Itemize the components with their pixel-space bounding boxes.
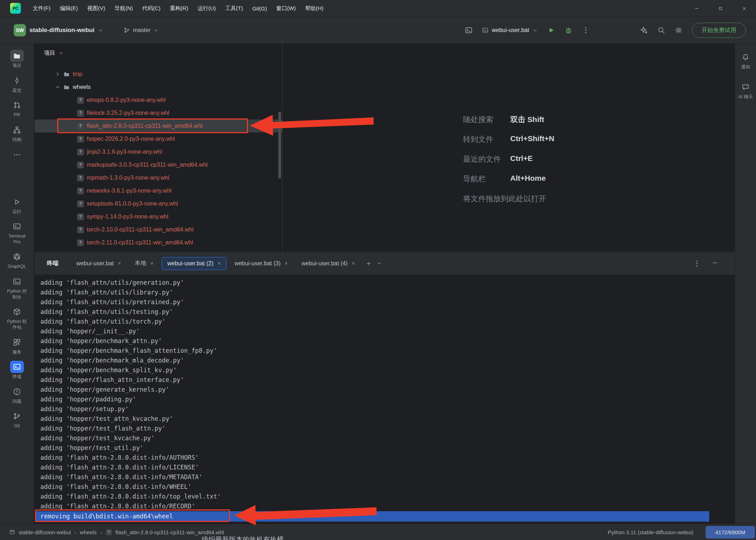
run-outline-icon — [13, 198, 21, 206]
tree-item-label: einops-0.8.2-py3-none-any.whl — [87, 97, 166, 103]
search-everywhere-button[interactable] — [657, 26, 665, 34]
sidebar-item-pull-requests[interactable]: PR — [0, 96, 34, 121]
menu-item-9[interactable]: 窗口(W) — [271, 0, 300, 17]
tree-row[interactable]: tmp — [35, 68, 282, 81]
terminal-line: adding 'flash_attn/utils/library.py' — [35, 288, 735, 297]
terminal-tab[interactable]: 本地 × — [129, 256, 159, 270]
tree-row[interactable]: ? jinja2-3.1.6-py3-none-any.whl — [35, 145, 282, 158]
pycharm-window: PC 文件(F)编辑(E)视图(V)导航(N)代码(C)重构(R)运行(U)工具… — [0, 0, 756, 540]
sidebar-item-terminal[interactable]: 终端 — [0, 358, 34, 383]
terminal-tabs: webui-user.bat × 本地 × webui-user.bat (2)… — [71, 256, 361, 270]
sidebar-item-python-console[interactable]: Python 控制台 — [0, 273, 34, 303]
sidebar-item-notifications[interactable]: 通知 — [735, 48, 756, 73]
sidebar-item-more-tool-windows[interactable] — [0, 146, 34, 165]
menu-item-0[interactable]: 文件(F) — [28, 0, 55, 17]
sidebar-item-project[interactable]: 项目 — [0, 47, 34, 72]
menu-item-6[interactable]: 运行(U) — [193, 0, 221, 17]
menu-item-10[interactable]: 帮助(H) — [301, 0, 328, 17]
menu-item-3[interactable]: 导航(N) — [110, 0, 138, 17]
maximize-button[interactable] — [708, 0, 732, 17]
tree-row[interactable]: ? filelock-3.25.2-py3-none-any.whl — [35, 107, 282, 120]
sidebar-item-git[interactable]: Git — [0, 407, 34, 432]
terminal-tab[interactable]: webui-user.bat (2) × — [162, 257, 226, 270]
python-interpreter-widget[interactable]: Python 3.11 (stable-diffusion-webui) — [608, 529, 693, 535]
unknown-filetype-icon: ? — [77, 97, 84, 104]
menu-item-7[interactable]: 工具(T) — [220, 0, 247, 17]
tree-row[interactable]: wheels — [35, 81, 282, 94]
start-free-trial-button[interactable]: 开始免费试用 — [692, 23, 746, 38]
menu-item-1[interactable]: 编辑(E) — [55, 0, 82, 17]
new-terminal-tab-button[interactable] — [366, 261, 372, 266]
terminal-box-icon — [482, 27, 489, 33]
menu-item-5[interactable]: 重构(R) — [165, 0, 193, 17]
memory-indicator[interactable]: 4172/6900M — [706, 526, 755, 539]
branch-selector[interactable]: master — [123, 27, 159, 33]
sidebar-item-services[interactable]: 服务 — [0, 333, 34, 358]
menu-item-2[interactable]: 视图(V) — [82, 0, 110, 17]
tree-row[interactable]: ? setuptools-81.0.0-py3-none-any.whl — [35, 197, 282, 210]
run-configuration-selector[interactable]: webui-user.bat — [482, 27, 538, 33]
close-tab-icon[interactable]: × — [284, 261, 288, 266]
terminal-options-button[interactable] — [693, 260, 701, 267]
menu-item-8[interactable]: Git(G) — [248, 0, 272, 17]
sidebar-item-commit[interactable]: 提交 — [0, 72, 34, 96]
tree-row[interactable]: ? mpmath-1.3.0-py3-none-any.whl — [35, 171, 282, 184]
tree-row[interactable]: ? flash_attn-2.8.0-cp311-cp311-win_amd64… — [35, 120, 282, 132]
run-button[interactable] — [547, 26, 555, 34]
sidebar-item-label: 提交 — [13, 88, 22, 94]
sidebar-item-label: GraphQL — [8, 264, 26, 270]
project-selector[interactable]: SW stable-diffusion-webui — [14, 24, 103, 36]
terminal-line: adding 'hopper/benchmark_attn.py' — [35, 336, 735, 346]
terminal-tab[interactable]: webui-user.bat (4) × — [296, 257, 361, 270]
breadcrumb-item[interactable]: wheels — [80, 529, 97, 535]
sidebar-item-label: 通知 — [741, 64, 750, 70]
sidebar-item-python-packages[interactable]: Python 软件包 — [0, 303, 34, 333]
debug-button[interactable] — [564, 26, 572, 34]
sidebar-item-structure[interactable]: 结构 — [0, 121, 34, 146]
tree-row[interactable]: ? fsspec-2026.2.0-py3-none-any.whl — [35, 132, 282, 145]
close-tab-icon[interactable]: × — [118, 261, 121, 266]
breadcrumb-item[interactable]: flash_attn-2.8.0-cp311-cp311-win_amd64.w… — [116, 529, 224, 535]
terminal-line: adding 'hopper/padding.py' — [35, 395, 735, 404]
menu-item-4[interactable]: 代码(C) — [138, 0, 165, 17]
tree-row[interactable]: ? markupsafe-3.0.3-cp311-cp311-win_amd64… — [35, 158, 282, 171]
terminal-output[interactable]: adding 'flash_attn/utils/generation.py'a… — [35, 275, 735, 522]
open-terminal-button[interactable] — [465, 26, 473, 34]
terminal-tab-label: webui-user.bat (3) — [234, 260, 280, 267]
tree-row[interactable]: ? einops-0.8.2-py3-none-any.whl — [35, 94, 282, 107]
project-tree-scrollbar[interactable] — [278, 112, 281, 179]
close-tab-icon[interactable]: × — [217, 261, 221, 266]
sidebar-item-run[interactable]: 运行 — [0, 193, 34, 218]
close-tab-icon[interactable]: × — [150, 261, 153, 266]
breadcrumb-item[interactable]: stable-diffusion-webui — [19, 529, 71, 535]
branch-icon — [123, 27, 130, 33]
git-icon — [13, 412, 21, 420]
close-button[interactable] — [732, 0, 756, 17]
sidebar-item-problems[interactable]: 问题 — [0, 383, 34, 408]
project-panel-header[interactable]: 项目 — [35, 44, 282, 62]
more-actions-button[interactable] — [582, 26, 590, 34]
terminal-tab-dropdown-button[interactable] — [377, 261, 382, 266]
terminal-tool-window: 终端 webui-user.bat × 本地 × webui-user.bat … — [35, 252, 735, 524]
terminal-tab-label: webui-user.bat — [76, 260, 114, 267]
terminal-line: adding 'flash_attn-2.8.0.dist-info/WHEEL… — [35, 482, 735, 492]
problems-icon — [13, 388, 21, 396]
hide-terminal-button[interactable] — [712, 260, 718, 266]
tree-row[interactable]: ? networkx-3.6.1-py3-none-any.whl — [35, 184, 282, 197]
sidebar-item-ai-chat[interactable]: AI 聊天 — [735, 78, 756, 103]
unknown-filetype-icon: ? — [77, 226, 84, 233]
project-panel-title: 项目 — [44, 49, 55, 57]
close-tab-icon[interactable]: × — [352, 261, 355, 266]
sidebar-item-terminal-pro[interactable]: Terminal Pro — [0, 217, 34, 248]
tree-row[interactable]: ? torch-2.10.0-cp311-cp311-win_amd64.whl — [35, 223, 282, 236]
tree-row[interactable]: ? sympy-1.14.0-py3-none-any.whl — [35, 210, 282, 223]
terminal-tab[interactable]: webui-user.bat (3) × — [229, 257, 293, 270]
ai-assistant-button[interactable] — [639, 26, 648, 35]
tree-item-label: filelock-3.25.2-py3-none-any.whl — [87, 110, 169, 116]
tree-row[interactable]: ? torch-2.11.0-cp311-cp311-win_amd64.whl — [35, 236, 282, 249]
settings-button[interactable] — [675, 26, 683, 34]
minimize-button[interactable] — [685, 0, 708, 17]
sidebar-item-graphql[interactable]: GraphQL — [0, 248, 34, 273]
terminal-tab[interactable]: webui-user.bat × — [71, 257, 127, 270]
pycharm-logo-icon[interactable]: PC — [10, 3, 21, 14]
